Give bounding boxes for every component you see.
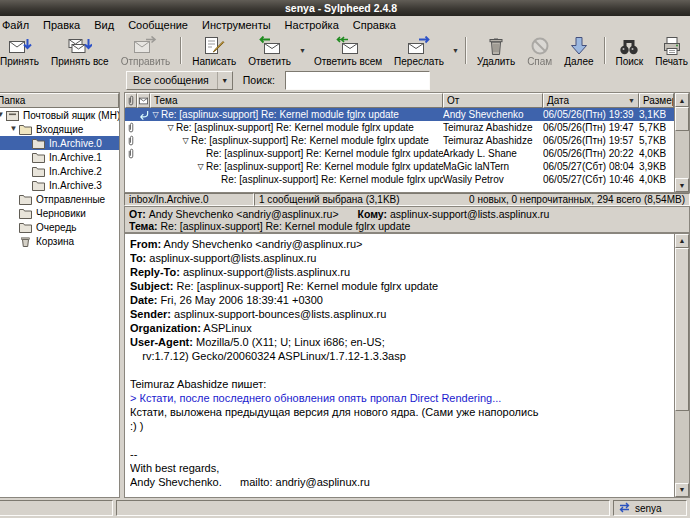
chevron-down-icon[interactable]: ▼ <box>217 72 232 89</box>
compose-label: Написать <box>192 56 236 67</box>
menubar: Файл Правка Вид Сообщение Инструменты На… <box>0 16 690 33</box>
search-button[interactable]: Поиск <box>610 34 650 67</box>
folder-item-inbox[interactable]: ▼ Входящие <box>0 122 119 136</box>
reply-all-label: Ответить всем <box>314 56 382 67</box>
column-header-attachment[interactable] <box>125 93 137 108</box>
scroll-up-button[interactable]: ▲ <box>675 93 689 107</box>
subject-text: Re: [asplinux-support] Re: Kernel module… <box>206 161 443 172</box>
delete-button[interactable]: Удалить <box>471 34 521 67</box>
folder-item-in-archive-2[interactable]: In.Archive.2 <box>0 164 119 178</box>
progress-area <box>0 500 113 516</box>
header-value: Re: [asplinux-support] Re: Kernel module… <box>173 280 438 292</box>
folder-item-in-archive-1[interactable]: In.Archive.1 <box>0 150 119 164</box>
body-text-line: With best regards, <box>130 461 671 475</box>
menu-view[interactable]: Вид <box>87 17 121 33</box>
from-cell: Andy Shevchenko <box>443 108 543 121</box>
message-row-1[interactable]: ▽Re: [asplinux-support] Re: Kernel modul… <box>125 121 674 134</box>
thread-expander-icon[interactable]: ▽ <box>195 162 206 171</box>
junk-button[interactable]: Спам <box>521 34 558 67</box>
expander-icon[interactable]: ▼ <box>8 124 19 134</box>
folder-item-queue[interactable]: Очередь <box>0 220 119 234</box>
subject-text: Re: [asplinux-support] Re: Kernel module… <box>176 122 414 133</box>
thread-expander-icon[interactable]: ▽ <box>165 123 176 132</box>
menu-tools[interactable]: Инструменты <box>195 17 278 33</box>
folder-item-mailbox-root[interactable]: ▼ Почтовый ящик (MH) <box>0 108 119 122</box>
scroll-down-button[interactable]: ▼ <box>675 178 689 192</box>
online-status[interactable]: senya <box>613 500 687 516</box>
toolbar-separator <box>180 37 182 64</box>
next-label: Далее <box>564 56 593 67</box>
column-header-status[interactable] <box>137 93 150 108</box>
reply-button[interactable]: Ответить <box>242 34 297 67</box>
reply-all-icon <box>336 36 360 56</box>
thread-expander-icon[interactable]: ▽ <box>180 136 191 145</box>
folder-icon <box>32 138 48 149</box>
folder-item-sent[interactable]: Отправленные <box>0 192 119 206</box>
menu-edit[interactable]: Правка <box>36 17 87 33</box>
folder-item-drafts[interactable]: Черновики <box>0 206 119 220</box>
folder-label: Почтовый ящик (MH) <box>22 110 119 121</box>
thread-expander-icon[interactable]: ▽ <box>150 110 161 119</box>
folder-item-in-archive-3[interactable]: In.Archive.3 <box>0 178 119 192</box>
size-cell: 4,0KB <box>639 147 666 160</box>
subject-cell: Re: [asplinux-support] Re: Kernel module… <box>150 147 443 160</box>
subject-cell: ▽Re: [asplinux-support] Re: Kernel modul… <box>150 160 443 173</box>
folder-item-trash[interactable]: Корзина <box>0 234 119 248</box>
scroll-up-button[interactable]: ▲ <box>675 234 689 248</box>
status-cell <box>137 121 150 134</box>
message-filter-combo[interactable]: Все сообщения ▼ <box>126 71 233 90</box>
folder-label: In.Archive.1 <box>48 152 102 163</box>
compose-button[interactable]: Написать <box>186 34 242 67</box>
message-body-scrollbar[interactable]: ▲ ▼ <box>674 234 689 497</box>
forward-dropdown-arrow[interactable]: ▼ <box>450 34 461 67</box>
message-row-0[interactable]: ▽Re: [asplinux-support] Re: Kernel modul… <box>125 108 674 121</box>
menu-configuration[interactable]: Настройка <box>278 17 346 33</box>
search-input[interactable] <box>285 71 430 90</box>
folder-label: Корзина <box>35 236 74 247</box>
mail-receive-all-icon <box>68 36 92 56</box>
folder-icon <box>32 166 48 177</box>
folder-item-in-archive-0[interactable]: In.Archive.0 <box>0 136 119 150</box>
next-button[interactable]: Далее <box>558 34 599 67</box>
titlebar[interactable]: senya - Sylpheed 2.4.8 <box>0 0 690 16</box>
scroll-down-button[interactable]: ▼ <box>675 483 689 497</box>
column-header-subject[interactable]: Тема <box>150 93 443 108</box>
scrollbar-track[interactable] <box>675 411 689 483</box>
message-list-scrollbar[interactable]: ▲ ▼ <box>674 93 689 192</box>
reply-icon <box>258 36 282 56</box>
date-cell: 06/05/27(Сбт) 10:46 <box>543 173 639 186</box>
column-header-date[interactable]: Дата▼ <box>543 93 639 108</box>
reply-dropdown-arrow[interactable]: ▼ <box>297 34 308 67</box>
reply-all-button[interactable]: Ответить всем <box>308 34 388 67</box>
folder-column-header[interactable]: Папка <box>0 93 119 108</box>
header-line-from-to: От: Andy Shevchenko <andriy@asplinux.ru>… <box>129 208 685 220</box>
toolbar-separator <box>465 37 467 64</box>
header-value: rv:1.7.12) Gecko/20060324 ASPLinux/1.7.1… <box>130 350 406 362</box>
date-cell: 06/05/26(Птн) 19:57 <box>543 134 639 147</box>
subject-cell: Re: [asplinux-support] Re: Kernel module… <box>150 173 443 186</box>
column-header-size[interactable]: Размер <box>639 93 674 108</box>
next-arrow-icon <box>567 36 591 56</box>
print-button[interactable]: Печать <box>649 34 690 67</box>
scrollbar-track[interactable] <box>675 131 689 178</box>
receive-all-button[interactable]: Принять все <box>45 34 115 67</box>
send-button[interactable]: Отправить <box>115 34 177 67</box>
menu-message[interactable]: Сообщение <box>121 17 195 33</box>
message-pane: Тема От Дата▼ Размер ▽Re: [asplinux-supp… <box>124 92 690 498</box>
forward-button[interactable]: Переслать <box>388 34 450 67</box>
forward-button-group: Переслать ▼ <box>388 34 461 67</box>
scrollbar-thumb[interactable] <box>675 107 689 131</box>
trash-folder-icon <box>19 236 35 247</box>
column-header-from[interactable]: От <box>443 93 543 108</box>
subject-text: Re: [asplinux-support] Re: Kernel module… <box>206 148 443 159</box>
message-row-3[interactable]: Re: [asplinux-support] Re: Kernel module… <box>125 147 674 160</box>
menu-help[interactable]: Справка <box>346 17 403 33</box>
message-row-2[interactable]: ▽Re: [asplinux-support] Re: Kernel modul… <box>125 134 674 147</box>
receive-button[interactable]: Принять <box>0 34 45 67</box>
receive-all-label: Принять все <box>51 56 109 67</box>
message-row-4[interactable]: ▽Re: [asplinux-support] Re: Kernel modul… <box>125 160 674 173</box>
menu-file[interactable]: Файл <box>0 17 36 33</box>
header-value: asplinux-support@lists.asplinux.ru <box>180 266 350 278</box>
scrollbar-thumb[interactable] <box>675 248 689 411</box>
message-row-5[interactable]: Re: [asplinux-support] Re: Kernel module… <box>125 173 674 186</box>
